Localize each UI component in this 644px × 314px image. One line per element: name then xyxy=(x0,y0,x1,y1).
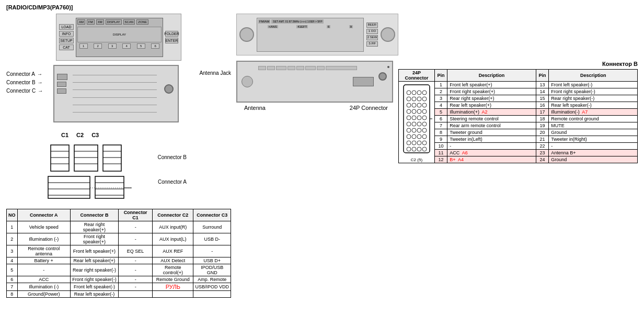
konn-b-section: Коннектор B xyxy=(398,61,638,67)
table-row: 6 Steering remote control 18 Remote cont… xyxy=(399,116,638,122)
table-row: 2 Illumination (-) Front right speaker(+… xyxy=(7,233,231,245)
svg-point-50 xyxy=(422,128,427,132)
table-row: 5 - Rear right speaker(-) - Remote contr… xyxy=(7,264,231,276)
radio-front-left: LOAD INFO SETUP CAT AM FM XM DISPLAY SCA… xyxy=(56,14,181,61)
th-conn-c2: Connector C2 xyxy=(153,209,193,221)
right-column: FM/AM SET AMT. 01 87.5MHz (+++) 1:0ER > … xyxy=(236,14,638,298)
connector-diagram-section: C1 C2 C3 xyxy=(45,132,192,204)
connector-b-label: Connector B → xyxy=(6,78,43,87)
svg-point-32 xyxy=(412,103,416,107)
svg-point-33 xyxy=(417,103,421,107)
svg-point-42 xyxy=(422,116,427,120)
svg-point-43 xyxy=(407,122,411,126)
svg-point-45 xyxy=(417,122,421,126)
radio-back-right-section: Antenna 24P Connector xyxy=(236,61,393,163)
svg-point-40 xyxy=(412,116,416,120)
svg-point-62 xyxy=(422,147,427,151)
th-conn-c1: Connector C1 xyxy=(118,209,152,221)
table-row: 12 B+ A4 24 Ground xyxy=(399,156,638,163)
table-row: 10 - 22 - xyxy=(399,143,638,150)
right-radio-front: FM/AM SET AMT. 01 87.5MHz (+++) 1:0ER > … xyxy=(236,14,398,55)
table-row: 3 Rear right speaker(+) 15 Rear right sp… xyxy=(399,95,638,102)
th-desc-right: Description xyxy=(549,70,638,82)
svg-point-53 xyxy=(417,134,421,139)
connector-b-diag-label: Connector B xyxy=(157,154,187,160)
th-conn-c3: Connector C3 xyxy=(193,209,231,221)
right-radio-back xyxy=(236,61,393,103)
table-row: C2 (5) 1 Front left speaker(+) 13 Front … xyxy=(399,82,638,88)
svg-point-46 xyxy=(422,122,427,126)
svg-rect-8 xyxy=(103,145,121,171)
svg-point-29 xyxy=(417,97,421,101)
svg-point-24 xyxy=(412,91,416,95)
svg-point-61 xyxy=(417,147,421,151)
right-display-screen: FM/AM SET AMT. 01 87.5MHz (+++) 1:0ER > … xyxy=(257,18,364,52)
table-row: 9 Tweeter in(Left) 21 Tweeter in(Right) xyxy=(399,136,638,143)
th-desc-left: Description xyxy=(447,70,536,82)
c2-label: C2 xyxy=(76,132,84,138)
c2-5-label: C2 (5) xyxy=(399,158,434,162)
svg-point-25 xyxy=(417,91,421,95)
svg-point-23 xyxy=(407,91,411,95)
connector-c-label: Connector C → xyxy=(6,87,43,95)
table-row: 8 Tweeter ground 20 Ground xyxy=(399,129,638,136)
svg-point-41 xyxy=(417,116,421,120)
antenna-bottom-label: Antenna xyxy=(244,105,266,111)
connector-24p-svg xyxy=(401,82,432,155)
right-top-section: FM/AM SET AMT. 01 87.5MHz (+++) 1:0ER > … xyxy=(236,14,638,55)
connector-svg xyxy=(45,140,150,203)
svg-point-30 xyxy=(422,97,427,101)
table-and-labels: 24P Connector Pin Description Pin Descri… xyxy=(398,69,638,163)
table-row: 1 Vehicle speed Rear right speaker(+) - … xyxy=(7,221,231,233)
svg-point-60 xyxy=(412,147,416,151)
svg-point-26 xyxy=(422,91,427,95)
table-row: 6 ACC Front right speaker(-) - Remote Gr… xyxy=(7,276,231,283)
th-pin-right: Pin xyxy=(536,70,548,82)
table-24p-section: Коннектор B xyxy=(398,61,638,163)
table-row: 2 Front right speaker(+) 14 Front right … xyxy=(399,88,638,95)
back-unit-labels: Antenna 24P Connector xyxy=(236,105,393,111)
24p-connector-table: 24P Connector Pin Description Pin Descri… xyxy=(398,69,638,163)
svg-point-35 xyxy=(407,109,411,114)
svg-point-59 xyxy=(407,147,411,151)
th-24p-conn: 24P Connector xyxy=(399,70,435,82)
table-row: 7 Illumination (-) Front left speaker(-)… xyxy=(7,283,231,291)
th-conn-a: Connector A xyxy=(17,209,71,221)
c1-label: C1 xyxy=(61,132,68,138)
svg-point-38 xyxy=(422,109,427,114)
antenna-jack-label: Antenna Jack xyxy=(199,70,231,76)
right-bottom-section: Antenna 24P Connector Коннектор B xyxy=(236,61,638,163)
svg-point-47 xyxy=(407,128,411,132)
svg-rect-0 xyxy=(51,145,69,171)
connector-a-diag-label: Connector A xyxy=(158,179,187,185)
table-row: 8 Ground(Power) Rear left speaker(-) xyxy=(7,291,231,298)
svg-point-56 xyxy=(412,141,416,145)
connector-table: NO Connector A Connector B Connector C1 … xyxy=(6,209,231,298)
radio-back-unit xyxy=(53,65,179,122)
svg-point-39 xyxy=(407,116,411,120)
svg-point-31 xyxy=(407,103,411,107)
svg-point-57 xyxy=(417,141,421,145)
connector-24p-image: C2 (5) xyxy=(399,82,435,163)
c3-label: C3 xyxy=(91,132,99,138)
svg-point-28 xyxy=(412,97,416,101)
svg-point-52 xyxy=(412,134,416,139)
left-column: LOAD INFO SETUP CAT AM FM XM DISPLAY SCA… xyxy=(6,14,231,298)
svg-point-58 xyxy=(422,141,427,145)
table-row: 11 ACC A6 23 Antenna B+ xyxy=(399,150,638,156)
svg-rect-4 xyxy=(74,145,98,171)
table-row: 4 Rear left speaker(+) 16 Rear left spea… xyxy=(399,102,638,109)
main-layout: LOAD INFO SETUP CAT AM FM XM DISPLAY SCA… xyxy=(6,14,638,298)
table-row: 5 Illumination(+) A2 17 Illumination(-) … xyxy=(399,109,638,116)
svg-point-49 xyxy=(417,128,421,132)
left-knob xyxy=(239,27,254,42)
konn-b-label: Коннектор B xyxy=(602,61,638,67)
page-title: [RADIO/CD/MP3(PA760)] xyxy=(6,4,638,10)
th-pin-left: Pin xyxy=(434,70,447,82)
svg-point-51 xyxy=(407,134,411,139)
connector-table-section: NO Connector A Connector B Connector C1 … xyxy=(6,209,231,298)
svg-point-36 xyxy=(412,109,416,114)
connector-a-label: Connector A → xyxy=(6,70,43,78)
svg-point-34 xyxy=(422,103,427,107)
radio-back-section: Connector A → Connector B → Connector C … xyxy=(6,65,231,128)
